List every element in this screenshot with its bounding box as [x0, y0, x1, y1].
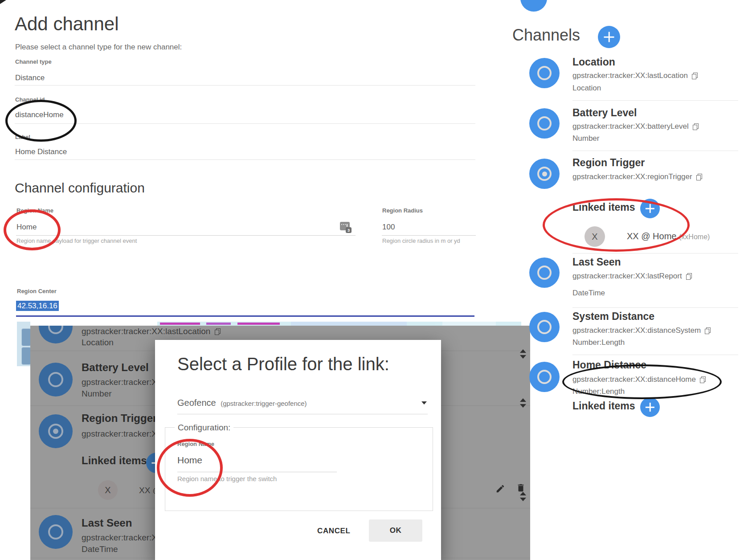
channel-uid: gpstracker:tracker:XX:batteryLevel — [572, 122, 699, 131]
divider — [572, 100, 738, 101]
label-field-input[interactable]: Home Distance — [15, 147, 67, 156]
background-region-trigger-title: Region Trigger — [82, 412, 157, 425]
region-center-label: Region Center — [17, 288, 57, 294]
password-dots — [341, 224, 347, 225]
dialog-region-name-input[interactable]: Home — [177, 455, 202, 466]
channel-type-select[interactable]: Distance — [15, 74, 45, 82]
region-name-underline — [16, 235, 356, 236]
divider — [572, 151, 738, 151]
home-distance-channel-icon — [529, 362, 560, 392]
system-distance-channel-icon — [529, 312, 560, 342]
profile-select[interactable]: Geofence (gpstracker:trigger-geofence) — [177, 398, 428, 408]
page-title: Add channel — [15, 13, 119, 35]
map-fragment — [17, 322, 30, 366]
copy-icon[interactable] — [700, 376, 706, 383]
copy-icon[interactable] — [696, 174, 702, 180]
copy-icon[interactable] — [705, 327, 711, 334]
profile-dialog: Select a Profile for the link: Geofence … — [155, 340, 441, 560]
linked-item-sub: (xxHome) — [679, 233, 710, 241]
region-name-input[interactable]: Home — [16, 223, 37, 232]
background-battery-type: Number — [82, 389, 112, 399]
battery-channel-icon — [39, 363, 73, 396]
region-trigger-channel-icon — [39, 414, 73, 448]
battery-channel-icon — [529, 108, 560, 139]
reorder-icon[interactable] — [518, 492, 528, 501]
region-center-input[interactable]: 42.53,16.16 — [16, 302, 59, 311]
channel-id-underline — [15, 123, 475, 124]
background-last-seen-type: DateTime — [82, 544, 118, 554]
dialog-region-name-label: Region Name — [177, 441, 214, 447]
channel-type-text: Number:Length — [572, 387, 625, 396]
region-name-label: Region Name — [16, 207, 53, 214]
linked-item-label: XX @ Home (xxHome) — [627, 231, 710, 241]
divider — [572, 355, 738, 355]
edit-pencil-icon[interactable] — [495, 484, 505, 494]
linked-items-label: Linked items — [572, 400, 635, 412]
channel-id-input[interactable]: distanceHome — [15, 110, 64, 119]
profile-select-value: Geofence — [177, 398, 216, 408]
background-chip-avatar[interactable]: X — [98, 480, 118, 500]
channel-id-label: Channel id — [15, 96, 45, 103]
channel-uid: gpstracker:tracker:XX:lastReport — [572, 272, 692, 281]
last-seen-channel-icon — [529, 258, 560, 288]
label-underline — [15, 159, 475, 160]
channel-uid: gpstracker:tracker:XX:distanceSystem — [572, 326, 711, 335]
add-linked-item-button[interactable] — [640, 397, 660, 417]
add-channel-button[interactable] — [598, 26, 620, 48]
copy-icon[interactable] — [686, 273, 692, 280]
region-name-hint: Region name payload for trigger channel … — [16, 237, 137, 244]
screenshot-artifact — [0, 0, 6, 4]
profile-select-uid: (gpstracker:trigger-geofence) — [221, 400, 307, 407]
section-title: Channel configuration — [15, 180, 145, 196]
region-center-selection: 42.53,16.16 — [16, 301, 59, 311]
channel-type-text: Location — [572, 84, 601, 93]
region-trigger-channel-icon — [529, 159, 560, 189]
map-zoom-in-button[interactable] — [21, 328, 31, 346]
copy-icon[interactable] — [692, 73, 698, 79]
copy-icon[interactable] — [693, 123, 699, 130]
channel-type-text: Number:Length — [572, 338, 625, 347]
channel-title: Location — [572, 56, 615, 68]
map-zoom-out-button[interactable] — [21, 347, 31, 365]
reorder-icon[interactable] — [518, 398, 528, 408]
channel-type-text: DateTime — [572, 289, 605, 298]
channel-uid: gpstracker:tracker:XX:distanceHome — [572, 375, 706, 384]
divider — [572, 253, 738, 253]
channel-type-label: Channel type — [15, 58, 52, 65]
cancel-button[interactable]: CANCEL — [317, 527, 350, 535]
location-channel-icon — [529, 58, 560, 88]
configuration-fieldset — [165, 427, 433, 511]
scrolled-channel-icon — [520, 0, 547, 12]
channel-type-underline — [15, 85, 475, 86]
location-channel-icon — [39, 326, 73, 343]
background-location-type: Location — [82, 338, 114, 347]
page: Add channel Please select a channel type… — [0, 0, 744, 560]
background-last-seen-title: Last Seen — [82, 517, 132, 529]
region-radius-hint: Region circle radius in m or yd — [382, 237, 460, 244]
linked-item-avatar[interactable]: X — [585, 226, 605, 247]
linked-items-label: Linked items — [572, 201, 635, 213]
add-linked-item-button[interactable] — [640, 199, 660, 218]
region-radius-underline — [382, 235, 476, 236]
channels-heading: Channels — [512, 26, 580, 45]
label-field-label: Label — [15, 134, 30, 140]
reorder-icon[interactable] — [518, 349, 528, 359]
divider — [572, 307, 738, 308]
background-linked-items-label: Linked items — [82, 454, 147, 467]
channel-title: System Distance — [572, 311, 654, 323]
password-badge: 3 — [346, 227, 352, 233]
channel-uid: gpstracker:tracker:XX:lastLocation — [572, 71, 698, 80]
region-radius-input[interactable]: 100 — [382, 223, 395, 232]
ok-button[interactable]: OK — [369, 519, 422, 542]
channel-uid: gpstracker:tracker:XX:regionTrigger — [572, 172, 702, 181]
map-attribution-strip — [157, 322, 521, 326]
background-battery-title: Battery Level — [82, 361, 149, 374]
channel-title: Home Distance — [572, 359, 646, 371]
channel-title: Region Trigger — [572, 157, 645, 169]
trash-icon[interactable] — [516, 483, 526, 493]
copy-icon[interactable] — [215, 328, 221, 335]
configuration-legend: Configuration: — [175, 423, 233, 433]
dialog-region-name-hint: Region name to trigger the switch — [177, 475, 277, 482]
password-manager-icon[interactable]: 3 — [340, 222, 350, 230]
dialog-region-name-underline — [177, 472, 337, 472]
